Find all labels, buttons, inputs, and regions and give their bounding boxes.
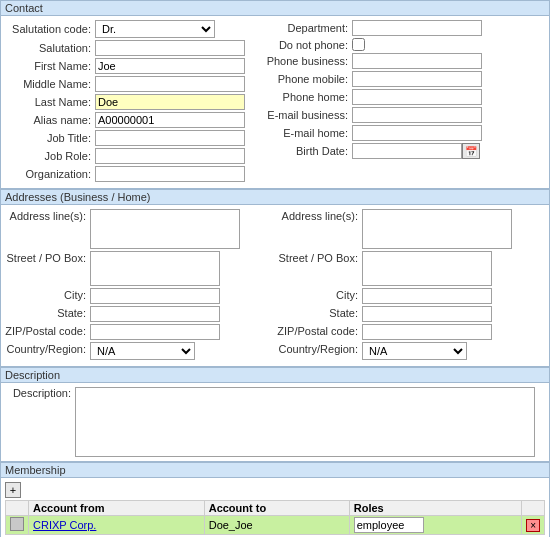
contact-section-header: Contact [0, 0, 550, 16]
addr-left-state-input[interactable] [90, 306, 220, 322]
membership-account-from[interactable]: CRIXP Corp. [33, 519, 96, 531]
phone-home-label: Phone home: [262, 91, 352, 103]
firstname-label: First Name: [5, 60, 95, 72]
org-input[interactable] [95, 166, 245, 182]
jobrole-input[interactable] [95, 148, 245, 164]
addr-left-street-input[interactable] [90, 251, 220, 286]
alias-input[interactable] [95, 112, 245, 128]
membership-row: CRIXP Corp. Doe_Joe × [6, 516, 545, 535]
addr-left-state-label: State: [5, 306, 90, 319]
desc-label: Description: [5, 387, 75, 399]
addr-right-country-label: Country/Region: [277, 342, 362, 355]
description-section-header: Description [0, 367, 550, 383]
do-not-phone-checkbox[interactable] [352, 38, 365, 51]
addr-left-zip-input[interactable] [90, 324, 220, 340]
addr-right-city-input[interactable] [362, 288, 492, 304]
middlename-label: Middle Name: [5, 78, 95, 90]
addr-left-country-select[interactable]: N/A [90, 342, 195, 360]
addr-left-lines-input[interactable] [90, 209, 240, 249]
phone-business-label: Phone business: [262, 55, 352, 67]
membership-roles-input[interactable] [354, 517, 424, 533]
birthdate-input[interactable] [352, 143, 462, 159]
description-textarea[interactable] [75, 387, 535, 457]
membership-col-delete [522, 501, 545, 516]
salutation-code-label: Salutation code: [5, 23, 95, 35]
addr-left-lines-label: Address line(s): [5, 209, 90, 222]
addr-right-lines-input[interactable] [362, 209, 512, 249]
addr-right-country-select[interactable]: N/A [362, 342, 467, 360]
membership-section-header: Membership [0, 462, 550, 478]
membership-col-roles: Roles [349, 501, 521, 516]
addr-right-zip-input[interactable] [362, 324, 492, 340]
addr-right-state-input[interactable] [362, 306, 492, 322]
addr-left-street-label: Street / PO Box: [5, 251, 90, 264]
phone-business-input[interactable] [352, 53, 482, 69]
membership-label: Membership [5, 464, 66, 476]
contact-label: Contact [5, 2, 43, 14]
addr-right-city-label: City: [277, 288, 362, 301]
addr-right-street-input[interactable] [362, 251, 492, 286]
email-home-input[interactable] [352, 125, 482, 141]
salutation-label: Salutation: [5, 42, 95, 54]
phone-mobile-label: Phone mobile: [262, 73, 352, 85]
addr-left-zip-label: ZIP/Postal code: [5, 324, 90, 337]
membership-delete-button[interactable]: × [526, 519, 540, 532]
addr-left-city-label: City: [5, 288, 90, 301]
membership-col-icon [6, 501, 29, 516]
phone-mobile-input[interactable] [352, 71, 482, 87]
dept-label: Department: [262, 22, 352, 34]
org-label: Organization: [5, 168, 95, 180]
membership-col-account-from: Account from [29, 501, 205, 516]
dept-input[interactable] [352, 20, 482, 36]
membership-row-icon [10, 517, 24, 531]
lastname-label: Last Name: [5, 96, 95, 108]
addr-right-lines-label: Address line(s): [277, 209, 362, 222]
middlename-input[interactable] [95, 76, 245, 92]
addr-right-zip-label: ZIP/Postal code: [277, 324, 362, 337]
addr-left-city-input[interactable] [90, 288, 220, 304]
membership-account-to: Doe_Joe [209, 519, 253, 531]
email-business-input[interactable] [352, 107, 482, 123]
addr-right-street-label: Street / PO Box: [277, 251, 362, 264]
email-home-label: E-mail home: [262, 127, 352, 139]
email-business-label: E-mail business: [262, 109, 352, 121]
jobtitle-input[interactable] [95, 130, 245, 146]
addresses-section-header: Addresses (Business / Home) [0, 189, 550, 205]
salutation-input[interactable] [95, 40, 245, 56]
jobrole-label: Job Role: [5, 150, 95, 162]
addr-left-country-label: Country/Region: [5, 342, 90, 355]
phone-home-input[interactable] [352, 89, 482, 105]
addr-right-state-label: State: [277, 306, 362, 319]
description-label: Description [5, 369, 60, 381]
jobtitle-label: Job Title: [5, 132, 95, 144]
salutation-code-select[interactable]: Dr. Mr. Ms. Mrs. [95, 20, 215, 38]
addresses-label: Addresses (Business / Home) [5, 191, 151, 203]
calendar-button[interactable]: 📅 [462, 143, 480, 159]
membership-col-account-to: Account to [204, 501, 349, 516]
membership-add-button[interactable]: + [5, 482, 21, 498]
firstname-input[interactable] [95, 58, 245, 74]
lastname-input[interactable] [95, 94, 245, 110]
do-not-phone-label: Do not phone: [262, 39, 352, 51]
alias-label: Alias name: [5, 114, 95, 126]
birthdate-label: Birth Date: [262, 145, 352, 157]
